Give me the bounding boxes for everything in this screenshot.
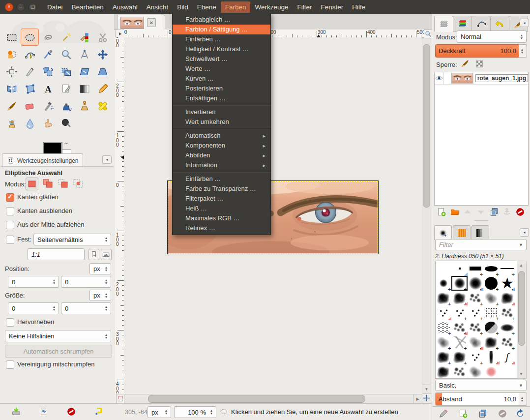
colors-menu-item[interactable]: Helligkeit / Kontrast … <box>173 44 270 54</box>
selection-mode-subtract[interactable] <box>57 178 69 189</box>
vertical-scrollbar-thumb[interactable] <box>423 44 430 208</box>
position-y-input[interactable]: 0 <box>61 276 111 288</box>
lower-layer-button[interactable] <box>475 207 486 217</box>
brush-scrollbar-thumb[interactable] <box>518 271 525 346</box>
new-brush-button[interactable] <box>458 408 469 419</box>
tool-align[interactable] <box>2 63 21 80</box>
brush-soft[interactable]: + <box>451 276 467 291</box>
swap-colors-icon[interactable] <box>63 142 70 148</box>
brush-soft[interactable]: + <box>436 276 451 291</box>
brush-g1[interactable]: + <box>436 291 451 305</box>
tool-zoom[interactable] <box>57 46 75 63</box>
brush-g5[interactable]: + <box>483 291 499 305</box>
dock-splitter[interactable] <box>474 220 488 223</box>
tool-paths[interactable] <box>21 46 39 63</box>
tool-crop[interactable] <box>21 63 39 80</box>
brush-g2[interactable]: + <box>468 291 483 305</box>
tool-gradient[interactable] <box>75 80 93 97</box>
colors-menu-item[interactable]: Heiß … <box>173 204 270 213</box>
brush-gdots[interactable]: + <box>483 305 499 320</box>
menu-filter[interactable]: Filter <box>293 1 317 13</box>
tab-channels[interactable] <box>453 16 472 32</box>
ratio-input[interactable]: 1:1 <box>28 248 85 260</box>
tool-flip[interactable] <box>2 80 21 97</box>
position-x-input[interactable]: 0 <box>8 276 59 288</box>
tool-ink[interactable] <box>57 97 75 115</box>
menu-werkzeuge[interactable]: Werkzeuge <box>250 1 293 13</box>
menu-auswahl[interactable]: Auswahl <box>108 1 142 13</box>
fixed-select[interactable]: Seitenverhältnis <box>33 234 111 245</box>
portrait-orientation-button[interactable] <box>88 249 99 260</box>
refresh-brushes-button[interactable] <box>515 408 526 419</box>
colors-menu-item[interactable]: Abbilden▸ <box>173 150 270 160</box>
menu-bearbeiten[interactable]: Bearbeiten <box>67 1 108 13</box>
tool-ink-design[interactable] <box>57 80 75 97</box>
colors-menu-item[interactable]: Farbton / Sättigung … <box>173 25 270 34</box>
tool-clone[interactable] <box>75 97 93 115</box>
duplicate-layer-button[interactable] <box>489 207 500 217</box>
tool-shear[interactable] <box>75 63 93 80</box>
brush-g1[interactable] <box>436 364 451 379</box>
brush-goval[interactable]: + <box>500 320 515 335</box>
brush-solid[interactable]: + <box>483 276 499 291</box>
tab-brushes[interactable] <box>434 225 452 240</box>
fixed-checkbox[interactable] <box>6 236 14 244</box>
landscape-orientation-button[interactable] <box>101 249 112 260</box>
tool-eraser[interactable] <box>21 97 39 115</box>
tool-perspective[interactable] <box>93 63 112 80</box>
delete-tool-preset-button[interactable] <box>66 406 77 417</box>
brush-gpink[interactable] <box>483 364 499 379</box>
brush-half[interactable]: + <box>483 320 499 335</box>
tool-rectangle-select[interactable] <box>2 29 21 46</box>
brush-g2[interactable]: + <box>468 320 483 335</box>
brush-gcells[interactable]: + <box>436 320 451 335</box>
tab-patterns[interactable] <box>453 225 471 240</box>
brush-g2[interactable]: + <box>500 305 515 320</box>
collapse-left-dock-button[interactable]: ◂ <box>102 155 112 164</box>
spacing-slider[interactable]: Abstand 10,0 <box>435 392 520 406</box>
brush-group-select[interactable]: Basic, ▼ <box>435 380 527 391</box>
tool-text[interactable]: A <box>39 80 57 97</box>
delete-layer-button[interactable] <box>515 207 526 217</box>
navigation-button[interactable] <box>422 393 431 403</box>
brush-g1[interactable]: + <box>451 350 467 364</box>
zoom-level-input[interactable]: 100 % <box>174 406 216 418</box>
tab-undo-history[interactable] <box>490 16 509 32</box>
tab-paths[interactable] <box>471 16 491 32</box>
new-layer-button[interactable] <box>436 207 447 217</box>
colors-menu-item[interactable]: Farbabgleich … <box>173 15 270 25</box>
antialias-checkbox[interactable] <box>6 193 14 202</box>
menu-datei[interactable]: Datei <box>43 1 67 13</box>
selection-mode-intersect[interactable] <box>72 178 84 189</box>
opacity-spinner[interactable] <box>519 45 526 57</box>
colors-menu-item[interactable]: Einfärben … <box>173 34 270 44</box>
brush-g2[interactable]: + <box>451 320 467 335</box>
tab-gradients[interactable] <box>471 225 489 240</box>
tab-tool-options[interactable]: Werkzeugeinstellungen <box>2 153 83 167</box>
brush-g5[interactable] <box>468 364 483 379</box>
vertical-scrollbar[interactable] <box>422 38 431 386</box>
collapse-brushes-dock-button[interactable]: ◂ <box>520 228 529 237</box>
statusbar-unit-select[interactable]: px <box>147 406 171 418</box>
colors-menu-item[interactable]: Wert umkehren <box>173 117 270 127</box>
tool-blur-sharpen[interactable] <box>21 115 39 132</box>
brush-g2[interactable] <box>451 364 467 379</box>
menu-fenster[interactable]: Fenster <box>317 1 348 13</box>
tool-heal[interactable] <box>93 97 112 115</box>
brush-g1[interactable]: + <box>500 291 515 305</box>
tool-free-select[interactable] <box>39 29 57 46</box>
colors-menu-item[interactable]: Kurven … <box>173 74 270 84</box>
menu-hilfe[interactable]: Hilfe <box>348 1 370 13</box>
menu-ansicht[interactable]: Ansicht <box>142 1 173 13</box>
horizontal-scrollbar[interactable] <box>124 394 414 404</box>
menu-ebene[interactable]: Ebene <box>193 1 221 13</box>
raise-layer-button[interactable] <box>462 207 473 217</box>
colors-menu-item[interactable]: Komponenten▸ <box>173 141 270 150</box>
colors-menu-item[interactable]: Filterpaket … <box>173 194 270 204</box>
lock-pixels-icon[interactable] <box>460 58 471 69</box>
spacing-spinner[interactable] <box>519 393 526 405</box>
tool-ellipse-select[interactable] <box>21 29 39 46</box>
colors-menu-item[interactable]: Maximales RGB … <box>173 213 270 223</box>
anchor-layer-button[interactable] <box>501 207 512 217</box>
brush-g3[interactable]: + <box>451 305 467 320</box>
